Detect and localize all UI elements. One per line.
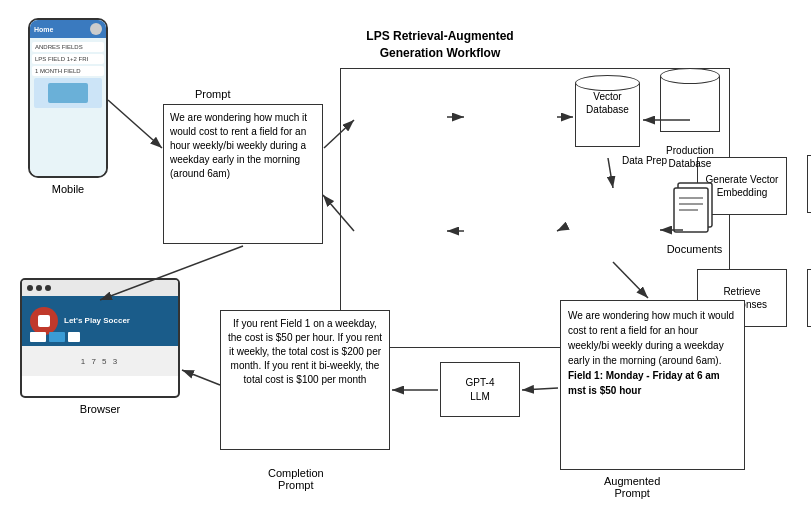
rank-box: Rank Responses [807,269,811,327]
production-db-cylinder [660,68,720,140]
completion-label: Completion Prompt [268,455,324,491]
query-vector-box: Query Vector Database [807,155,811,213]
mobile-row-1: ANDRES FIELDS [32,42,104,52]
browser-title: Let's Play Soccer [64,316,130,326]
browser-dot-3 [45,285,51,291]
data-prep-label: Data Prep [622,155,667,166]
browser-device: Let's Play Soccer 1 7 5 3 [20,278,180,398]
cylinder-top [575,75,640,91]
svg-line-17 [522,388,558,390]
prompt-box: We are wondering how much it would cost … [163,104,323,244]
gpt-label: GPT-4 LLM [466,376,495,404]
gpt-box: GPT-4 LLM [440,362,520,417]
browser-label: Browser [20,403,180,415]
mobile-topbar: Home [34,26,53,33]
prompt-text: We are wondering how much it would cost … [170,112,307,179]
completion-box: If you rent Field 1 on a weekday, the co… [220,310,390,450]
svg-line-19 [182,370,220,385]
browser-footer: 1 7 5 3 [22,346,178,376]
augmented-prompt-text: We are wondering how much it would cost … [568,310,734,366]
mobile-label: Mobile [28,183,108,195]
completion-text: If you rent Field 1 on a weekday, the co… [228,318,382,385]
augmented-prompt-box: We are wondering how much it would cost … [560,300,745,470]
mobile-row-3: 1 MONTH FIELD [32,66,104,76]
documents-icon [670,178,720,238]
production-db-label: Production Database [660,144,720,170]
browser-dot-2 [36,285,42,291]
mobile-image [34,78,102,108]
browser-dot-1 [27,285,33,291]
browser-toolbar [22,280,178,296]
browser-hero: Let's Play Soccer [22,296,178,346]
cylinder2-top [660,68,720,84]
mobile-device: Home ANDRES FIELDS LPS FIELD 1+2 FRI 1 M… [28,18,108,178]
mobile-row-2: LPS FIELD 1+2 FRI [32,54,104,64]
svg-line-6 [108,100,162,148]
diagram-container: LPS Retrieval-Augmented Generation Workf… [0,0,811,530]
augmented-prompt-bold: Field 1: Monday - Friday at 6 am mst is … [568,370,720,396]
workflow-title: LPS Retrieval-Augmented Generation Workf… [340,28,540,62]
vector-db-label: Vector Database [575,90,640,116]
prompt-label: Prompt [195,88,230,100]
browser-numbers: 1 7 5 3 [81,357,119,366]
cylinder2-body [660,76,720,132]
documents-label: Documents [662,243,727,255]
augmented-prompt-label: Augmented Prompt [604,475,660,499]
